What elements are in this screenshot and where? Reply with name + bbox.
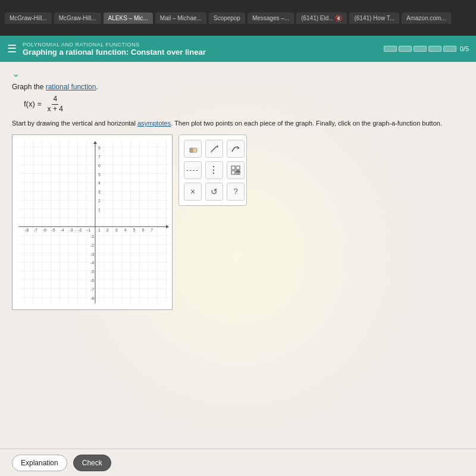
svg-text:-8: -8 xyxy=(90,296,94,300)
svg-text:-6: -6 xyxy=(43,228,46,232)
svg-marker-73 xyxy=(217,145,218,148)
pencil-icon xyxy=(209,143,220,154)
svg-text:1: 1 xyxy=(98,208,101,212)
header-title: Graphing a rational function: Constant o… xyxy=(23,48,384,57)
aleks-header: ☰ POLYNOMIAL AND RATIONAL FUNCTIONS Grap… xyxy=(0,36,476,62)
graph-area[interactable]: -8 -7 -6 -5 -4 -3 -2 -1 1 2 3 4 5 6 7 xyxy=(12,134,173,310)
svg-marker-38 xyxy=(93,141,97,144)
svg-rect-76 xyxy=(236,166,240,170)
progress-seg-2 xyxy=(399,46,412,52)
svg-text:1: 1 xyxy=(98,228,101,232)
step-text: Start by drawing the vertical and horizo… xyxy=(12,118,464,129)
svg-rect-77 xyxy=(231,171,235,174)
undo-button[interactable]: ↺ xyxy=(205,183,223,201)
svg-text:4: 4 xyxy=(124,228,127,232)
progress-seg-4 xyxy=(428,46,441,52)
svg-text:-1: -1 xyxy=(90,234,94,238)
tab-mcgrawhill2[interactable]: McGraw-Hill... xyxy=(54,12,101,24)
svg-text:3: 3 xyxy=(115,228,118,232)
progress-bar-container: 0/5 xyxy=(384,45,469,52)
explanation-button[interactable]: Explanation xyxy=(12,455,67,471)
curve-button[interactable] xyxy=(227,140,245,158)
header-topic: POLYNOMIAL AND RATIONAL FUNCTIONS Graphi… xyxy=(23,42,384,57)
asymptotes-link[interactable]: asymptotes xyxy=(137,120,171,127)
grid-plus-icon xyxy=(230,165,241,176)
browser-chrome: McGraw-Hill... McGraw-Hill... ALEKS – Mi… xyxy=(0,0,476,36)
tab-amazon[interactable]: Amazon.com... xyxy=(402,12,451,24)
svg-text:-2: -2 xyxy=(78,228,82,232)
svg-marker-36 xyxy=(166,225,169,228)
svg-text:4: 4 xyxy=(98,181,101,185)
svg-line-72 xyxy=(211,146,217,152)
svg-text:-5: -5 xyxy=(52,228,55,232)
svg-text:-4: -4 xyxy=(90,261,94,265)
tab-scopepop[interactable]: Scopepop xyxy=(209,12,245,24)
svg-text:2: 2 xyxy=(98,199,101,203)
check-button[interactable]: Check xyxy=(73,455,111,471)
svg-text:7: 7 xyxy=(151,228,153,232)
svg-text:6: 6 xyxy=(142,228,144,232)
svg-text:-8: -8 xyxy=(25,228,29,232)
function-display: f(x) = 4 x + 4 xyxy=(24,95,464,114)
dashed-line-button[interactable]: ---- xyxy=(184,161,202,179)
instruction-text: Graph the rational function. xyxy=(12,83,464,91)
pencil-button[interactable] xyxy=(205,140,223,158)
progress-count: 0/5 xyxy=(460,45,469,52)
rational-function-link[interactable]: rational function xyxy=(46,83,96,91)
curve-icon xyxy=(230,143,241,154)
svg-text:-3: -3 xyxy=(90,252,94,256)
tab-youtube1[interactable]: (6141) Eld... 🔇 xyxy=(296,12,347,24)
svg-text:8: 8 xyxy=(98,146,101,150)
header-subtopic: POLYNOMIAL AND RATIONAL FUNCTIONS xyxy=(23,42,384,48)
bottom-bar: Explanation Check xyxy=(0,449,476,476)
close-button[interactable]: × xyxy=(184,183,202,201)
toolbar: ---- ⋮ × xyxy=(178,134,247,206)
graph-svg[interactable]: -8 -7 -6 -5 -4 -3 -2 -1 1 2 3 4 5 6 7 xyxy=(12,135,172,309)
svg-rect-71 xyxy=(190,148,193,152)
help-icon: ? xyxy=(233,187,237,196)
function-fraction: 4 x + 4 xyxy=(46,95,64,114)
hamburger-menu-icon[interactable]: ☰ xyxy=(7,42,17,55)
tab-mcgrawhill1[interactable]: McGraw-Hill... xyxy=(5,12,52,24)
svg-text:-6: -6 xyxy=(90,278,94,283)
grid-plus-button[interactable] xyxy=(227,161,245,179)
svg-text:3: 3 xyxy=(98,190,101,194)
main-content: ☰ POLYNOMIAL AND RATIONAL FUNCTIONS Grap… xyxy=(0,36,476,476)
undo-icon: ↺ xyxy=(211,187,218,196)
frac-numerator: 4 xyxy=(52,95,58,105)
close-icon: × xyxy=(190,187,195,196)
tab-youtube2[interactable]: (6141) How T... xyxy=(349,12,399,24)
tab-aleks[interactable]: ALEKS – Mic... xyxy=(104,12,153,24)
svg-text:-7: -7 xyxy=(34,228,37,232)
progress-seg-3 xyxy=(414,46,427,52)
graph-toolbar-row: -8 -7 -6 -5 -4 -3 -2 -1 1 2 3 4 5 6 7 xyxy=(12,134,464,310)
dots-icon: ⋮ xyxy=(209,164,220,176)
svg-text:7: 7 xyxy=(98,154,101,158)
svg-text:5: 5 xyxy=(133,228,135,232)
function-label: f(x) = xyxy=(24,99,42,108)
svg-text:5: 5 xyxy=(98,172,101,176)
svg-text:-3: -3 xyxy=(69,228,73,232)
progress-seg-1 xyxy=(384,46,397,52)
dots-button[interactable]: ⋮ xyxy=(205,161,223,179)
help-button[interactable]: ? xyxy=(227,183,245,201)
svg-text:-2: -2 xyxy=(90,243,94,247)
svg-text:-4: -4 xyxy=(60,228,64,232)
chevron-down-icon[interactable]: ⌄ xyxy=(12,68,20,79)
frac-denominator: x + 4 xyxy=(46,105,64,114)
svg-text:-7: -7 xyxy=(90,287,94,292)
tab-messages[interactable]: Messages –... xyxy=(248,12,294,24)
svg-text:6: 6 xyxy=(98,163,101,167)
svg-text:-1: -1 xyxy=(87,228,90,232)
progress-bar xyxy=(384,46,456,52)
dashed-line-icon: ---- xyxy=(186,167,199,173)
eraser-button[interactable] xyxy=(184,140,202,158)
content-wrapper: ⌄ Graph the rational function. f(x) = 4 … xyxy=(0,62,476,316)
svg-text:-5: -5 xyxy=(90,270,94,274)
svg-rect-75 xyxy=(231,166,235,170)
progress-seg-5 xyxy=(443,46,456,52)
eraser-icon xyxy=(187,143,198,154)
svg-text:2: 2 xyxy=(107,228,109,232)
tab-mail[interactable]: Mail – Michae... xyxy=(155,12,206,24)
